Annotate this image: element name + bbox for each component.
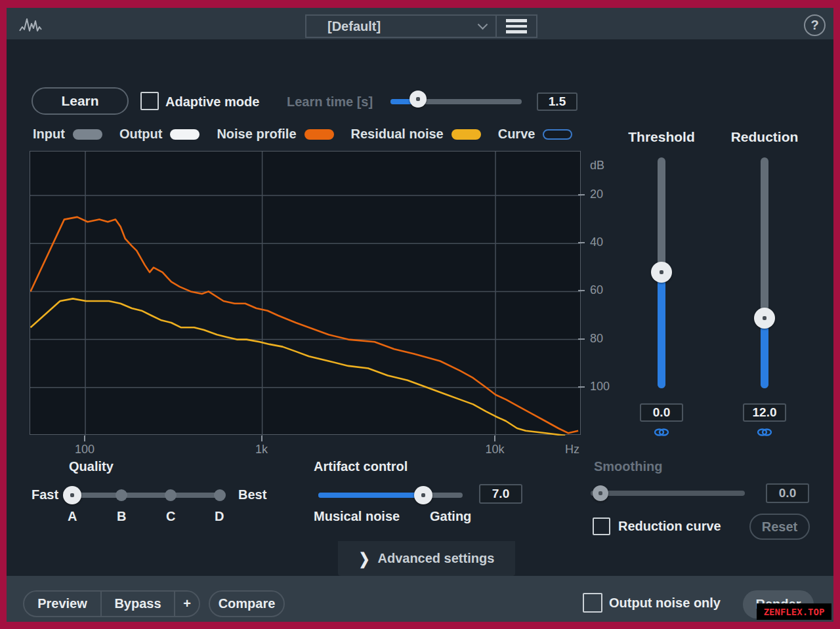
smoothing-label: Smoothing (594, 459, 662, 474)
help-button[interactable]: ? (804, 14, 826, 36)
legend-label: Input (33, 127, 65, 142)
bypass-button[interactable]: Bypass (102, 592, 175, 616)
threshold-label: Threshold (616, 129, 707, 145)
legend-swatch (170, 129, 200, 140)
quality-best-label: Best (238, 487, 266, 502)
y-tick-label: 80 (590, 332, 603, 346)
output-noise-only-checkbox[interactable] (583, 593, 602, 613)
transport-button-group: Preview Bypass + (23, 590, 200, 617)
x-tick-mark (84, 436, 85, 441)
advanced-settings-toggle[interactable]: ❯ Advanced settings (338, 541, 515, 576)
legend-item-curve[interactable]: Curve (498, 127, 573, 142)
hamburger-menu-button[interactable] (497, 14, 537, 38)
compare-button[interactable]: Compare (209, 590, 285, 617)
spectrum-chart-area[interactable] (30, 151, 581, 435)
watermark: ZENFLEX.TOP (757, 603, 831, 620)
legend-item-noise-profile[interactable]: Noise profile (217, 127, 333, 142)
learn-button[interactable]: Learn (32, 87, 129, 115)
adaptive-mode-checkbox[interactable] (140, 92, 159, 110)
artifact-slider[interactable] (318, 493, 463, 498)
y-tick-label: 60 (590, 283, 603, 297)
y-tick-label: 40 (590, 235, 603, 249)
chevron-down-icon (478, 19, 488, 30)
legend-swatch (304, 129, 334, 140)
threshold-link-icon[interactable] (654, 428, 669, 437)
legend-swatch (73, 129, 102, 140)
quality-label: Quality (69, 459, 114, 474)
y-tick-mark (578, 386, 585, 388)
preset-value: [Default] (327, 19, 381, 34)
artifact-slider-handle[interactable] (414, 486, 432, 504)
preview-button[interactable]: Preview (24, 592, 102, 616)
quality-step-a[interactable]: A (68, 509, 77, 524)
reset-button[interactable]: Reset (749, 514, 810, 540)
learn-time-value[interactable]: 1.5 (537, 92, 578, 111)
question-mark-icon: ? (810, 18, 818, 33)
legend-swatch (543, 129, 572, 140)
legend-item-residual-noise[interactable]: Residual noise (351, 127, 481, 142)
spectrum-chart-svg (30, 152, 581, 436)
y-tick-mark (578, 242, 585, 243)
legend-item-output[interactable]: Output (119, 127, 200, 142)
smoothing-slider-handle[interactable] (593, 485, 608, 501)
quality-step-b[interactable]: B (117, 509, 126, 524)
quality-stop-c[interactable] (165, 489, 177, 501)
reduction-slider[interactable] (761, 157, 768, 388)
x-tick-label: 10k (478, 443, 511, 457)
legend-item-input[interactable]: Input (33, 127, 102, 142)
preset-dropdown[interactable]: [Default] (305, 14, 497, 38)
output-noise-only-label: Output noise only (609, 596, 721, 611)
reduction-curve-checkbox[interactable] (593, 517, 610, 535)
threshold-slider-fill (658, 272, 665, 388)
bottom-bar: Preview Bypass + Compare Output noise on… (7, 576, 833, 622)
quality-step-d[interactable]: D (215, 509, 224, 524)
chart-legend: InputOutputNoise profileResidual noiseCu… (33, 127, 572, 142)
gating-label: Gating (430, 509, 471, 524)
legend-label: Curve (498, 127, 536, 142)
threshold-slider-handle[interactable] (651, 262, 672, 283)
advanced-settings-label: Advanced settings (377, 551, 494, 566)
watermark-text: ZENFLEX.TOP (764, 607, 825, 617)
adaptive-mode-label: Adaptive mode (165, 94, 259, 110)
x-tick-mark (261, 436, 262, 441)
quality-stop-d[interactable] (214, 489, 226, 501)
plugin-window: [Default] ? Learn Adaptive mode Learn ti… (7, 8, 833, 622)
y-tick-mark (578, 290, 585, 291)
learn-time-label: Learn time [s] (287, 94, 373, 110)
artifact-value[interactable]: 7.0 (479, 484, 522, 504)
legend-label: Output (119, 127, 163, 142)
chevron-right-icon: ❯ (359, 549, 370, 568)
smoothing-value[interactable]: 0.0 (766, 483, 809, 503)
smoothing-slider[interactable] (591, 491, 745, 496)
plus-button[interactable]: + (175, 592, 199, 616)
y-tick-mark (578, 338, 585, 340)
learn-time-slider-handle[interactable] (410, 91, 427, 108)
reduction-value[interactable]: 12.0 (743, 403, 786, 422)
x-axis-unit: Hz (559, 443, 585, 457)
series-noise-profile (31, 217, 579, 433)
quality-stop-b[interactable] (116, 489, 127, 501)
artifact-slider-fill (318, 493, 423, 498)
musical-noise-label: Musical noise (314, 509, 400, 524)
app-logo-waveform-icon (18, 14, 42, 34)
top-bar: [Default] ? (7, 8, 833, 39)
legend-swatch (452, 129, 481, 140)
reduction-link-icon[interactable] (757, 428, 772, 437)
reduction-label: Reduction (719, 129, 810, 145)
artifact-control-label: Artifact control (314, 459, 408, 474)
y-axis-unit: dB (590, 159, 604, 172)
quality-slider[interactable] (72, 493, 223, 498)
threshold-value[interactable]: 0.0 (640, 403, 683, 422)
reduction-slider-handle[interactable] (754, 308, 775, 329)
x-tick-label: 1k (245, 443, 278, 457)
x-tick-mark (494, 436, 495, 441)
y-tick-label: 100 (590, 380, 610, 394)
quality-slider-handle[interactable] (63, 486, 81, 504)
reduction-curve-label: Reduction curve (618, 519, 721, 534)
quality-step-c[interactable]: C (166, 509, 175, 524)
quality-fast-label: Fast (32, 487, 58, 502)
main-panel: Learn Adaptive mode Learn time [s] 1.5 I… (7, 39, 833, 576)
series-residual-noise (31, 298, 566, 436)
legend-label: Residual noise (351, 127, 444, 142)
legend-label: Noise profile (217, 127, 296, 142)
